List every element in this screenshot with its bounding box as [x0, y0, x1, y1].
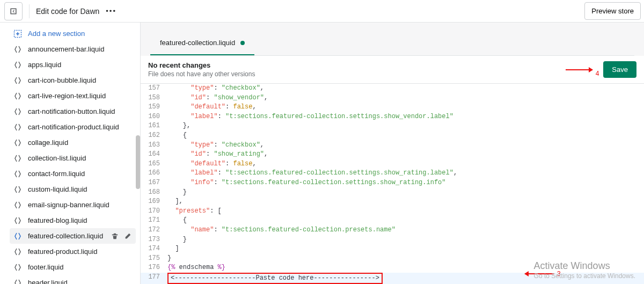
code-editor[interactable]: 157 "type": "checkbox",158 "id": "show_v… — [141, 84, 644, 284]
sidebar-file-item[interactable]: email-signup-banner.liquid — [10, 197, 136, 213]
line-number: 176 — [141, 263, 167, 273]
liquid-file-icon — [13, 122, 23, 132]
line-number: 168 — [141, 188, 167, 198]
liquid-file-icon — [13, 231, 23, 241]
code-line[interactable]: 167 "info": "t:sections.featured-collect… — [141, 178, 644, 188]
preview-store-button[interactable]: Preview store — [584, 2, 641, 20]
liquid-file-icon — [13, 45, 23, 54]
status-title: No recent changes — [148, 61, 255, 69]
line-number: 171 — [141, 216, 167, 225]
file-name: collage.liquid — [28, 139, 133, 147]
code-line[interactable]: 162 { — [141, 131, 644, 141]
line-number: 170 — [141, 207, 167, 216]
line-number: 162 — [141, 131, 167, 141]
topbar: Edit code for Dawn ••• Preview store — [0, 0, 644, 23]
sidebar-file-item[interactable]: custom-liquid.liquid — [10, 181, 136, 197]
liquid-file-icon — [13, 247, 23, 257]
sidebar-file-item[interactable]: apps.liquid — [10, 57, 136, 72]
add-new-section[interactable]: Add a new section — [10, 26, 136, 41]
line-number: 159 — [141, 103, 167, 112]
sidebar-file-item[interactable]: announcement-bar.liquid — [10, 41, 136, 57]
liquid-file-icon — [13, 216, 23, 225]
liquid-file-icon — [13, 107, 23, 116]
rename-file-button[interactable] — [123, 231, 133, 241]
file-name: custom-liquid.liquid — [28, 185, 133, 193]
sidebar-file-item[interactable]: cart-notification-button.liquid — [10, 104, 136, 119]
line-number: 163 — [141, 141, 167, 150]
unsaved-dot-icon — [240, 41, 245, 45]
code-line[interactable]: 172 "name": "t:sections.featured-collect… — [141, 225, 644, 235]
file-name: footer.liquid — [28, 263, 133, 271]
page-title: Edit code for Dawn — [36, 7, 99, 16]
line-number: 160 — [141, 112, 167, 122]
sidebar-file-item[interactable]: header.liquid — [10, 275, 136, 284]
sidebar: Add a new sectionannouncement-bar.liquid… — [0, 23, 141, 284]
code-line[interactable]: 171 { — [141, 216, 644, 225]
sidebar-file-item[interactable]: cart-live-region-text.liquid — [10, 88, 136, 104]
code-line[interactable]: 160 "label": "t:sections.featured-collec… — [141, 112, 644, 122]
tab-label: featured-collection.liquid — [160, 39, 235, 47]
file-name: announcement-bar.liquid — [28, 45, 133, 53]
code-line[interactable]: 170 "presets": [ — [141, 207, 644, 216]
sidebar-file-item[interactable]: cart-icon-bubble.liquid — [10, 72, 136, 88]
code-line[interactable]: 157 "type": "checkbox", — [141, 84, 644, 93]
file-name: cart-live-region-text.liquid — [28, 92, 133, 100]
file-name: apps.liquid — [28, 61, 133, 69]
status-bar: No recent changes File does not have any… — [141, 56, 644, 84]
line-number: 157 — [141, 84, 167, 93]
sidebar-file-item[interactable]: contact-form.liquid — [10, 166, 136, 181]
line-number: 174 — [141, 244, 167, 254]
code-line[interactable]: 173 } — [141, 235, 644, 245]
code-line[interactable]: 169 ], — [141, 197, 644, 207]
paste-code-here-annotation: <---------------------Paste code here---… — [167, 273, 383, 284]
liquid-file-icon — [13, 263, 23, 272]
liquid-file-icon — [13, 60, 23, 70]
back-button[interactable] — [4, 2, 23, 20]
liquid-file-icon — [13, 185, 23, 194]
file-name: featured-product.liquid — [28, 247, 133, 256]
file-name: email-signup-banner.liquid — [28, 201, 133, 209]
annotation-arrow-3: 3 — [525, 270, 561, 278]
code-line[interactable]: 177<---------------------Paste code here… — [141, 273, 644, 284]
tab-featured-collection[interactable]: featured-collection.liquid — [150, 32, 254, 55]
more-button[interactable]: ••• — [106, 7, 116, 15]
sidebar-file-item[interactable]: featured-product.liquid — [10, 244, 136, 259]
code-line[interactable]: 163 "type": "checkbox", — [141, 141, 644, 150]
code-line[interactable]: 158 "id": "show_vendor", — [141, 93, 644, 103]
code-line[interactable]: 166 "label": "t:sections.featured-collec… — [141, 169, 644, 178]
save-button[interactable]: Save — [603, 61, 636, 78]
sidebar-file-item[interactable]: cart-notification-product.liquid — [10, 119, 136, 135]
code-line[interactable]: 174 ] — [141, 244, 644, 254]
sidebar-file-item[interactable]: featured-collection.liquid — [10, 228, 136, 244]
code-line[interactable]: 159 "default": false, — [141, 103, 644, 112]
sidebar-file-item[interactable]: collage.liquid — [10, 135, 136, 150]
line-number: 167 — [141, 178, 167, 188]
code-line[interactable]: 161 }, — [141, 121, 644, 131]
liquid-file-icon — [13, 154, 23, 163]
code-line[interactable]: 168 } — [141, 188, 644, 198]
sidebar-file-item[interactable]: collection-list.liquid — [10, 150, 136, 166]
scrollbar-thumb[interactable] — [136, 135, 140, 189]
liquid-file-icon — [13, 200, 23, 210]
line-number: 165 — [141, 159, 167, 169]
code-line[interactable]: 164 "id": "show_rating", — [141, 150, 644, 159]
code-line[interactable]: 175} — [141, 254, 644, 264]
sidebar-file-item[interactable]: featured-blog.liquid — [10, 213, 136, 228]
line-number: 177 — [141, 273, 167, 284]
add-section-icon — [13, 29, 23, 39]
tabstrip: featured-collection.liquid — [150, 32, 634, 56]
sidebar-file-item[interactable]: footer.liquid — [10, 259, 136, 275]
file-name: featured-collection.liquid — [28, 232, 105, 240]
file-name: featured-blog.liquid — [28, 216, 133, 224]
file-name: cart-icon-bubble.liquid — [28, 76, 133, 84]
annotation-arrow-4: 4 — [566, 62, 599, 77]
line-number: 164 — [141, 150, 167, 159]
code-line[interactable]: 165 "default": false, — [141, 159, 644, 169]
back-icon — [9, 7, 18, 16]
line-number: 166 — [141, 169, 167, 178]
delete-file-button[interactable] — [110, 231, 120, 241]
code-line[interactable]: 176{% endschema %} — [141, 263, 644, 273]
editor-area: featured-collection.liquid No recent cha… — [141, 23, 644, 284]
liquid-file-icon — [13, 138, 23, 148]
line-number: 172 — [141, 225, 167, 235]
